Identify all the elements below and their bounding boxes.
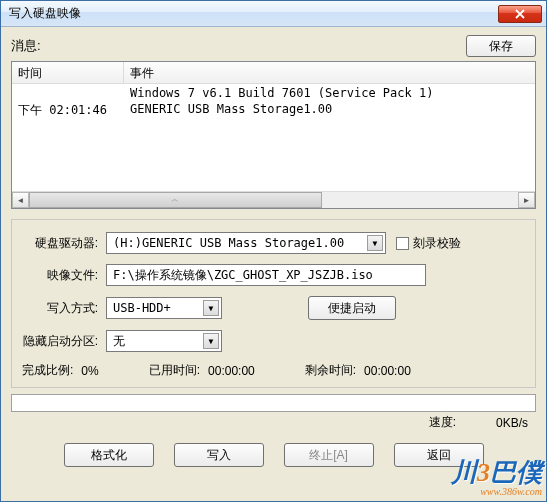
chevron-down-icon: ▼ <box>203 300 219 316</box>
back-button[interactable]: 返回 <box>394 443 484 467</box>
method-label: 写入方式: <box>22 300 106 317</box>
format-button[interactable]: 格式化 <box>64 443 154 467</box>
write-button[interactable]: 写入 <box>174 443 264 467</box>
method-row: 写入方式: USB-HDD+ ▼ 便捷启动 <box>22 296 525 320</box>
message-row: 消息: 保存 <box>11 35 536 57</box>
content-area: 消息: 保存 时间 事件 Windows 7 v6.1 Build 7601 (… <box>1 27 546 475</box>
close-button[interactable] <box>498 5 542 23</box>
verify-label: 刻录校验 <box>413 235 461 252</box>
drive-label: 硬盘驱动器: <box>22 235 106 252</box>
save-button[interactable]: 保存 <box>466 35 536 57</box>
log-row: Windows 7 v6.1 Build 7601 (Service Pack … <box>12 86 535 102</box>
drive-combo[interactable]: (H:)GENERIC USB Mass Storage1.00 ▼ <box>106 232 386 254</box>
image-field[interactable]: F:\操作系统镜像\ZGC_GHOST_XP_JSZJB.iso <box>106 264 426 286</box>
main-window: 写入硬盘映像 消息: 保存 时间 事件 Windows 7 v6.1 Build… <box>0 0 547 502</box>
done-label: 完成比例: <box>22 362 73 379</box>
titlebar: 写入硬盘映像 <box>1 1 546 27</box>
remain-label: 剩余时间: <box>305 362 356 379</box>
method-value: USB-HDD+ <box>113 301 203 315</box>
form-section: 硬盘驱动器: (H:)GENERIC USB Mass Storage1.00 … <box>11 219 536 388</box>
hide-row: 隐藏启动分区: 无 ▼ <box>22 330 525 352</box>
log-cell-event: Windows 7 v6.1 Build 7601 (Service Pack … <box>124 86 535 102</box>
hide-combo[interactable]: 无 ▼ <box>106 330 222 352</box>
scroll-track[interactable]: ෴ <box>29 192 518 208</box>
remain-value: 00:00:00 <box>364 364 411 378</box>
verify-checkbox-wrap[interactable]: 刻录校验 <box>396 235 461 252</box>
image-row: 映像文件: F:\操作系统镜像\ZGC_GHOST_XP_JSZJB.iso <box>22 264 525 286</box>
verify-checkbox[interactable] <box>396 237 409 250</box>
chevron-down-icon: ▼ <box>203 333 219 349</box>
scroll-thumb[interactable]: ෴ <box>29 192 322 208</box>
window-title: 写入硬盘映像 <box>9 5 498 22</box>
speed-value: 0KB/s <box>496 416 528 430</box>
elapsed-label: 已用时间: <box>149 362 200 379</box>
elapsed-value: 00:00:00 <box>208 364 255 378</box>
log-cell-time: 下午 02:01:46 <box>12 102 124 118</box>
log-header-event[interactable]: 事件 <box>124 62 535 83</box>
image-value: F:\操作系统镜像\ZGC_GHOST_XP_JSZJB.iso <box>113 267 373 284</box>
progress-bar <box>11 394 536 412</box>
horizontal-scrollbar[interactable]: ◄ ෴ ► <box>12 191 535 208</box>
drive-value: (H:)GENERIC USB Mass Storage1.00 <box>113 236 367 250</box>
message-label: 消息: <box>11 37 41 55</box>
abort-button[interactable]: 终止[A] <box>284 443 374 467</box>
log-header-time[interactable]: 时间 <box>12 62 124 83</box>
log-panel: 时间 事件 Windows 7 v6.1 Build 7601 (Service… <box>11 61 536 209</box>
close-icon <box>515 9 525 19</box>
log-body: Windows 7 v6.1 Build 7601 (Service Pack … <box>12 84 535 120</box>
log-cell-time <box>12 86 124 102</box>
log-cell-event: GENERIC USB Mass Storage1.00 <box>124 102 535 118</box>
quick-boot-button[interactable]: 便捷启动 <box>308 296 396 320</box>
image-label: 映像文件: <box>22 267 106 284</box>
log-header: 时间 事件 <box>12 62 535 84</box>
drive-row: 硬盘驱动器: (H:)GENERIC USB Mass Storage1.00 … <box>22 232 525 254</box>
chevron-down-icon: ▼ <box>367 235 383 251</box>
speed-row: 速度: 0KB/s <box>11 414 536 431</box>
speed-label: 速度: <box>429 414 456 431</box>
stats-row: 完成比例: 0% 已用时间: 00:00:00 剩余时间: 00:00:00 <box>22 362 525 379</box>
hide-label: 隐藏启动分区: <box>22 333 106 350</box>
done-value: 0% <box>81 364 98 378</box>
progress-section: 速度: 0KB/s <box>11 394 536 431</box>
scroll-left-arrow[interactable]: ◄ <box>12 192 29 208</box>
hide-value: 无 <box>113 333 203 350</box>
watermark-url: www.386w.com <box>451 486 542 497</box>
method-combo[interactable]: USB-HDD+ ▼ <box>106 297 222 319</box>
log-row: 下午 02:01:46 GENERIC USB Mass Storage1.00 <box>12 102 535 118</box>
button-row: 格式化 写入 终止[A] 返回 <box>11 443 536 467</box>
scroll-right-arrow[interactable]: ► <box>518 192 535 208</box>
